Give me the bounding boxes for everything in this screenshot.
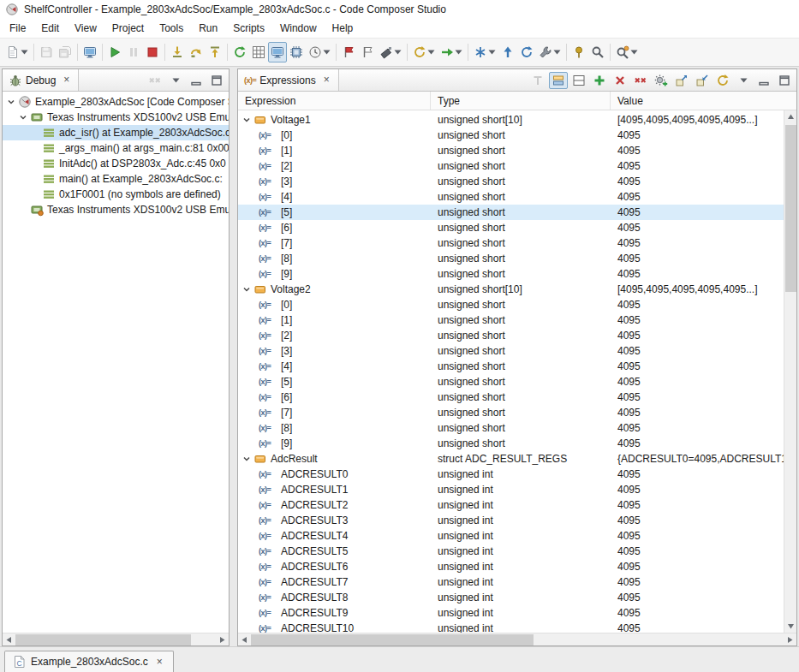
expression-row[interactable]: (x)=ADCRESULT5unsigned int4095: [238, 544, 784, 559]
dropdown-caret-icon[interactable]: [455, 50, 462, 55]
maximize-button[interactable]: [775, 72, 794, 89]
trace-button[interactable]: [498, 42, 517, 62]
expression-row[interactable]: (x)=ADCRESULT9unsigned int4095: [238, 605, 784, 621]
expression-row[interactable]: Voltage1unsigned short[10][4095,4095,409…: [238, 112, 784, 128]
column-header-value[interactable]: Value: [611, 92, 796, 110]
debug-tree-item[interactable]: Texas Instruments XDS100v2 USB Emul: [3, 202, 229, 217]
dropdown-caret-icon[interactable]: [394, 50, 402, 55]
expression-row[interactable]: (x)=[3]unsigned short4095: [238, 343, 784, 359]
panel-sash[interactable]: [232, 68, 235, 646]
debug-tree-item[interactable]: InitAdc() at DSP2803x_Adc.c:45 0x0: [3, 156, 229, 171]
debug-tree-item[interactable]: _args_main() at args_main.c:81 0x00: [3, 140, 229, 156]
menu-window[interactable]: Window: [272, 20, 325, 37]
pin-session-button[interactable]: [569, 42, 588, 62]
debug-tree-item[interactable]: main() at Example_2803xAdcSoc.c:: [3, 171, 229, 187]
tab-expressions[interactable]: (x)= Expressions ×: [238, 69, 339, 91]
expression-row[interactable]: (x)=ADCRESULT2unsigned int4095: [238, 497, 784, 513]
step-into-button[interactable]: [168, 42, 187, 62]
view-menu-button[interactable]: [734, 72, 753, 89]
chevron-down-icon[interactable]: [16, 110, 30, 124]
expression-row[interactable]: (x)=[8]unsigned short4095: [238, 251, 784, 266]
debug-tree-item[interactable]: Example_2803xAdcSoc [Code Composer S: [3, 94, 229, 110]
chevron-down-icon[interactable]: [4, 95, 18, 109]
new-button[interactable]: [3, 42, 31, 62]
dropdown-caret-icon[interactable]: [21, 50, 28, 55]
dropdown-caret-icon[interactable]: [630, 50, 638, 55]
expression-row[interactable]: (x)=ADCRESULT6unsigned int4095: [238, 559, 784, 574]
save-all-button[interactable]: [56, 42, 75, 62]
layout-button[interactable]: [569, 72, 588, 89]
refresh-button[interactable]: [713, 72, 732, 89]
view-menu-button[interactable]: [166, 72, 185, 89]
close-icon[interactable]: ×: [61, 74, 72, 86]
toggle-watchpoint-button[interactable]: [358, 42, 377, 62]
debug-tools-button[interactable]: [536, 42, 563, 62]
scroll-right-button[interactable]: [216, 633, 229, 646]
debug-tree-item[interactable]: Texas Instruments XDS100v2 USB Emul: [3, 110, 229, 125]
expression-row[interactable]: (x)=ADCRESULT10unsigned int4095: [238, 621, 784, 633]
menu-file[interactable]: File: [2, 20, 33, 37]
expression-row[interactable]: (x)=[8]unsigned short4095: [238, 420, 784, 436]
chevron-down-icon[interactable]: [240, 113, 253, 127]
menu-run[interactable]: Run: [191, 20, 225, 37]
remove-expression-button[interactable]: [611, 72, 629, 89]
debug-horizontal-scrollbar[interactable]: [3, 633, 229, 645]
probe-points-button[interactable]: [377, 42, 404, 62]
step-over-button[interactable]: [187, 42, 206, 62]
toggle-breakpoint-button[interactable]: [339, 42, 358, 62]
column-header-expression[interactable]: Expression: [238, 92, 431, 110]
expression-row[interactable]: (x)=[3]unsigned short4095: [238, 174, 784, 189]
expression-row[interactable]: (x)=[0]unsigned short4095: [238, 128, 784, 143]
maximize-button[interactable]: [207, 72, 226, 89]
expression-row[interactable]: (x)=[6]unsigned short4095: [238, 390, 784, 405]
expression-row[interactable]: (x)=[1]unsigned short4095: [238, 143, 784, 158]
profile-button[interactable]: [306, 42, 333, 62]
expression-row[interactable]: (x)=[7]unsigned short4095: [238, 405, 784, 420]
dropdown-caret-icon[interactable]: [427, 50, 435, 55]
menu-edit[interactable]: Edit: [33, 20, 67, 37]
tab-editor-file[interactable]: C Example_2803xAdcSoc.c ×: [4, 651, 174, 672]
expression-row[interactable]: (x)=[4]unsigned short4095: [238, 189, 784, 205]
export-expressions-button[interactable]: [672, 72, 691, 89]
tab-debug[interactable]: Debug ×: [3, 69, 79, 91]
expression-row[interactable]: (x)=[2]unsigned short4095: [238, 328, 784, 343]
menu-help[interactable]: Help: [325, 20, 361, 37]
chevron-down-icon[interactable]: [240, 452, 253, 466]
restart-button[interactable]: [230, 42, 249, 62]
expression-row[interactable]: (x)=[7]unsigned short4095: [238, 235, 784, 251]
remove-all-terminated-button[interactable]: [146, 72, 164, 89]
dropdown-caret-icon[interactable]: [553, 50, 561, 55]
expression-row[interactable]: (x)=ADCRESULT3unsigned int4095: [238, 513, 784, 528]
expression-row[interactable]: (x)=[9]unsigned short4095: [238, 266, 784, 282]
expression-row[interactable]: (x)=ADCRESULT0unsigned int4095: [238, 467, 784, 482]
add-watch-expression-button[interactable]: [652, 72, 671, 89]
expression-row[interactable]: (x)=ADCRESULT1unsigned int4095: [238, 482, 784, 497]
expression-row[interactable]: (x)=[9]unsigned short4095: [238, 436, 784, 451]
open-search-button[interactable]: [588, 42, 607, 62]
expression-row[interactable]: (x)=[6]unsigned short4095: [238, 220, 784, 235]
reset-cpu-button[interactable]: [410, 42, 438, 62]
registers-button[interactable]: [249, 42, 268, 62]
close-icon[interactable]: ×: [154, 657, 165, 668]
scrollbar-thumb[interactable]: [785, 125, 796, 292]
scrollbar-thumb[interactable]: [15, 634, 191, 645]
dropdown-caret-icon[interactable]: [323, 50, 331, 55]
close-icon[interactable]: ×: [321, 74, 332, 86]
menu-view[interactable]: View: [67, 20, 104, 37]
step-return-button[interactable]: [206, 42, 224, 62]
expression-row[interactable]: (x)=[0]unsigned short4095: [238, 297, 784, 312]
debug-tree-item[interactable]: adc_isr() at Example_2803xAdcSoc.c: [3, 125, 229, 140]
run-free-button[interactable]: [438, 42, 465, 62]
expression-row[interactable]: (x)=ADCRESULT8unsigned int4095: [238, 590, 784, 605]
minimize-button[interactable]: [187, 72, 206, 89]
save-button[interactable]: [37, 42, 56, 62]
expressions-horizontal-scrollbar[interactable]: [238, 633, 796, 645]
terminate-button[interactable]: [143, 42, 162, 62]
scroll-left-button[interactable]: [238, 633, 251, 646]
expression-row[interactable]: (x)=[5]unsigned short4095: [238, 205, 784, 220]
add-expression-button[interactable]: [590, 72, 609, 89]
column-header-type[interactable]: Type: [431, 92, 611, 110]
scroll-up-button[interactable]: [784, 110, 796, 123]
menu-scripts[interactable]: Scripts: [225, 20, 272, 37]
expression-row[interactable]: AdcResultstruct ADC_RESULT_REGS{ADCRESUL…: [238, 451, 784, 467]
